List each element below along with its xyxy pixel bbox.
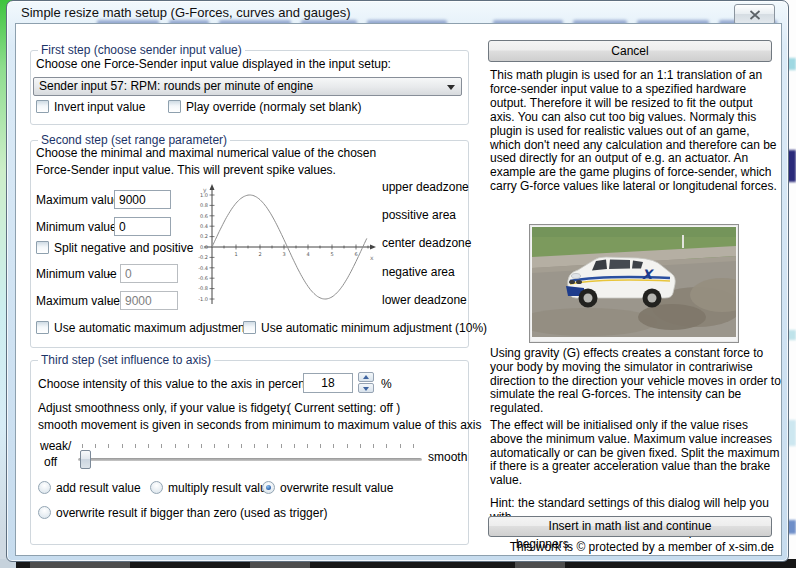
adjust-smoothness-label: Adjust smoothness only, if your value is… [38,402,289,415]
spinner-down-icon [363,387,369,391]
cancel-button-label: Cancel [611,44,648,58]
svg-text:2: 2 [258,251,261,257]
effect-paragraph: The effect will be initialised only if t… [490,419,782,488]
smoothness-slider-track[interactable] [78,458,422,462]
close-button[interactable] [734,4,775,25]
split-minimum-label: Minimum value [36,268,117,281]
second-step-legend: Second step (set range parameter) [38,133,230,147]
slider-off-label: off [44,456,57,469]
minimum-value-input[interactable] [114,217,171,236]
force-sender-choose-label: Choose one Force-Sender input value disp… [36,58,391,71]
first-step-legend: First step (choose sender input value) [38,43,245,57]
svg-text:-0.6: -0.6 [198,275,208,281]
chevron-down-icon [447,85,455,94]
slider-smooth-label: smooth [428,451,467,464]
auto-minimum-checkbox[interactable] [243,321,256,334]
split-negative-positive-checkbox[interactable] [36,241,49,254]
spinner-up-icon [363,375,369,379]
svg-text:-0.8: -0.8 [198,285,208,291]
svg-text:-0.2: -0.2 [198,254,208,260]
window-title: Simple resize math setup (G-Forces, curv… [21,5,350,20]
zone-label-center-deadzone: center deadzone [382,237,471,250]
zone-label-upper-deadzone: upper deadzone [382,181,469,194]
svg-text:y: y [203,186,207,194]
auto-maximum-label: Use automatic maximum adjustment [54,322,248,335]
svg-text:3: 3 [282,251,285,257]
svg-text:0.0: 0.0 [200,244,208,250]
overwrite-result-label: overwrite result value [280,482,393,495]
car-photo: X [532,227,736,337]
spinner-down-button[interactable] [358,383,374,393]
minimum-value-label: Minimum value [36,221,117,234]
auto-maximum-checkbox[interactable] [36,321,49,334]
overwrite-if-bigger-radio[interactable] [38,506,51,519]
maximum-value-input[interactable] [114,190,171,209]
copyright-footer: This work is © protected by a member of … [490,540,774,554]
screen: Simple resize math setup (G-Forces, curv… [0,0,796,568]
play-override-label: Play override (normaly set blank) [186,101,361,114]
sender-input-combobox[interactable]: Sender input 57: RPM: rounds per minute … [33,77,462,96]
smooth-movement-desc: smooth movement is given in seconds from… [38,419,482,432]
radio-dot-icon [266,485,271,490]
add-result-label: add result value [56,482,141,495]
split-maximum-dash: - [107,295,111,308]
split-maximum-input[interactable] [120,291,178,310]
svg-text:0.4: 0.4 [200,223,208,229]
overwrite-result-radio[interactable] [262,481,275,494]
intensity-label: Choose intensity of this value to the ax… [38,378,312,391]
gravity-paragraph: Using gravity (G) effects creates a cons… [490,347,782,416]
svg-text:x: x [370,254,374,261]
close-icon [749,10,761,20]
slider-tick-marks [82,444,414,448]
car-photo-frame: X [529,224,739,343]
cancel-button[interactable]: Cancel [488,40,772,62]
svg-text:-1.0: -1.0 [198,296,208,302]
play-override-checkbox[interactable] [168,100,181,113]
sine-curve-plot: 1.00.80.60.40.20.0-0.2-0.4-0.6-0.8-1.012… [196,182,378,312]
multiply-result-radio[interactable] [150,481,163,494]
insert-math-button[interactable]: Insert in math list and continue [488,516,772,537]
zone-label-lower-deadzone: lower deadzone [382,294,467,307]
spinner-up-button[interactable] [358,372,374,382]
intensity-input[interactable] [303,373,353,393]
svg-text:6: 6 [354,251,357,257]
smoothness-slider-thumb[interactable] [80,450,91,469]
auto-minimum-label: Use automatic minimum adjustment (10%) [261,322,487,335]
svg-text:1: 1 [234,251,237,257]
split-minimum-dash: - [107,268,111,281]
insert-math-button-label: Insert in math list and continue [549,519,712,533]
range-desc-line2: Force-Sender input value. This will prev… [36,164,336,177]
invert-input-label: Invert input value [54,101,145,114]
svg-text:0.8: 0.8 [200,202,208,208]
slider-weak-label: weak/ [40,440,71,453]
sender-input-combobox-value: Sender input 57: RPM: rounds per minute … [39,79,313,93]
split-negative-positive-label: Split negative and positive [54,242,193,255]
svg-text:4: 4 [306,251,309,257]
svg-text:-0.4: -0.4 [198,265,208,271]
intensity-spinner [358,372,374,393]
svg-text:0.6: 0.6 [200,213,208,219]
range-desc-line1: Choose the minimal and maximal numerical… [36,147,376,160]
maximum-value-label: Maximum value [36,194,120,207]
zone-label-positive-area: possitive area [382,209,456,222]
invert-input-checkbox[interactable] [36,100,49,113]
split-minimum-input[interactable] [120,264,178,283]
zone-label-negative-area: negative area [382,266,455,279]
multiply-result-label: multiply result value [168,482,273,495]
current-setting-label: ( Current setting: off ) [287,402,400,415]
percent-sign: % [381,378,392,391]
overwrite-if-bigger-label: overwrite result if bigger than zero (us… [56,507,327,520]
add-result-radio[interactable] [38,481,51,494]
svg-text:5: 5 [330,251,333,257]
svg-text:0.2: 0.2 [200,233,208,239]
third-step-legend: Third step (set influence to axis) [38,353,214,367]
plugin-description-paragraph: This math plugin is used for an 1:1 tran… [490,69,778,194]
